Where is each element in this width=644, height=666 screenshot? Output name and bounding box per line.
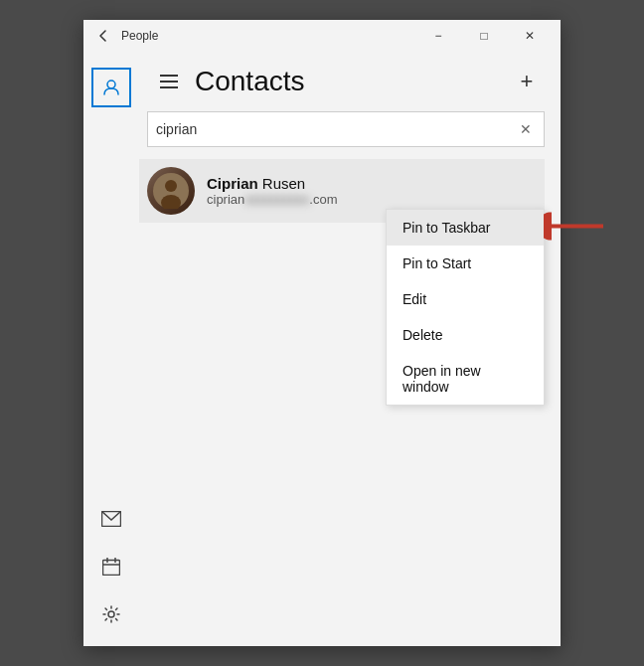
results-area: Ciprian Rusen ciprianxxxxxxxxxx.com Pin … [139, 159, 561, 223]
svg-point-0 [107, 81, 115, 88]
app-name-label: People [115, 29, 415, 43]
minimize-button[interactable]: − [415, 20, 461, 52]
contact-email: ciprianxxxxxxxxxx.com [207, 192, 529, 207]
close-button[interactable]: ✕ [507, 20, 553, 52]
sidebar-item-settings[interactable] [91, 594, 131, 634]
window-controls: − □ ✕ [415, 20, 553, 52]
context-menu-item-edit[interactable]: Edit [387, 281, 544, 317]
person-icon [102, 79, 120, 96]
sidebar-item-mail[interactable] [91, 499, 131, 539]
maximize-button[interactable]: □ [461, 20, 507, 52]
sidebar-bottom [83, 499, 139, 646]
search-bar[interactable]: ✕ [147, 111, 545, 147]
context-menu-item-open-new-window[interactable]: Open in new window [387, 353, 544, 405]
page-title: Contacts [187, 66, 509, 97]
arrow-indicator [544, 213, 608, 244]
settings-icon [102, 605, 120, 623]
main-panel: Contacts + ✕ [139, 52, 561, 646]
arrow-svg [544, 213, 608, 241]
context-menu-item-pin-start[interactable]: Pin to Start [387, 246, 544, 281]
svg-point-5 [165, 180, 177, 192]
title-bar: People − □ ✕ [83, 20, 561, 52]
app-window: People − □ ✕ [83, 20, 561, 646]
app-content: Contacts + ✕ [83, 52, 561, 646]
context-menu: Pin to Taskbar [386, 209, 545, 406]
back-icon [97, 30, 109, 42]
page-header: Contacts + [139, 52, 561, 111]
calendar-icon [102, 558, 120, 576]
sidebar-item-calendar[interactable] [91, 547, 131, 586]
contact-info: Ciprian Rusen ciprianxxxxxxxxxx.com [195, 175, 529, 207]
svg-rect-10 [103, 561, 120, 576]
avatar-image [153, 173, 189, 209]
svg-point-14 [108, 611, 114, 617]
avatar [147, 167, 195, 215]
sidebar-item-contacts[interactable] [91, 68, 131, 107]
add-contact-button[interactable]: + [509, 64, 545, 99]
search-input[interactable] [156, 121, 516, 137]
back-button[interactable] [91, 24, 115, 48]
contact-name: Ciprian Rusen [207, 175, 529, 192]
search-clear-button[interactable]: ✕ [516, 119, 536, 139]
mail-icon [101, 511, 121, 527]
context-menu-item-pin-taskbar[interactable]: Pin to Taskbar [387, 210, 544, 246]
context-menu-item-delete[interactable]: Delete [387, 317, 544, 353]
hamburger-icon [160, 75, 178, 88]
hamburger-button[interactable] [151, 64, 187, 99]
